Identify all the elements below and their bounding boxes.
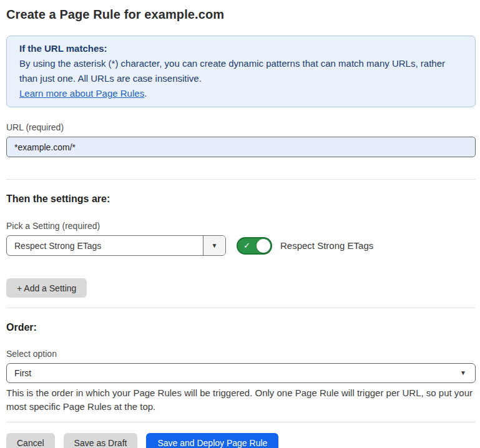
order-select[interactable]: First ▼ — [6, 363, 476, 383]
page-title: Create a Page Rule for example.com — [6, 6, 474, 22]
chevron-down-icon: ▼ — [212, 243, 218, 249]
toggle-label: Respect Strong ETags — [280, 240, 373, 251]
divider — [6, 422, 476, 422]
divider — [6, 179, 476, 180]
toggle-knob — [257, 239, 270, 253]
action-buttons: Cancel Save as Draft Save and Deploy Pag… — [6, 433, 474, 448]
setting-dropdown-value: Respect Strong ETags — [7, 236, 203, 255]
cancel-button[interactable]: Cancel — [6, 433, 55, 448]
info-box-body: By using the asterisk (*) character, you… — [19, 56, 463, 86]
select-option-label: Select option — [6, 348, 474, 359]
learn-more-link[interactable]: Learn more about Page Rules — [19, 88, 144, 99]
setting-dropdown-arrow-button[interactable]: ▼ — [203, 236, 225, 255]
order-section-heading: Order: — [6, 321, 474, 334]
url-label: URL (required) — [6, 122, 474, 133]
create-page-rule-form: Create a Page Rule for example.com If th… — [0, 0, 480, 448]
settings-section-heading: Then the settings are: — [6, 193, 474, 205]
info-box-link-line: Learn more about Page Rules. — [19, 86, 463, 101]
link-suffix: . — [144, 88, 147, 99]
check-icon: ✓ — [243, 241, 250, 250]
order-help-text: This is the order in which your Page Rul… — [6, 386, 476, 414]
add-setting-button[interactable]: + Add a Setting — [6, 278, 87, 298]
divider — [6, 308, 476, 308]
save-deploy-button[interactable]: Save and Deploy Page Rule — [146, 433, 278, 448]
url-input[interactable] — [6, 137, 476, 157]
setting-dropdown[interactable]: Respect Strong ETags ▼ — [6, 235, 226, 256]
pick-setting-label: Pick a Setting (required) — [6, 220, 474, 231]
order-select-value: First — [14, 368, 460, 378]
info-box-heading: If the URL matches: — [19, 41, 463, 56]
url-match-info-box: If the URL matches: By using the asteris… — [6, 36, 476, 107]
chevron-down-icon: ▼ — [460, 370, 466, 376]
etags-toggle[interactable]: ✓ — [237, 237, 272, 255]
setting-row: Respect Strong ETags ▼ ✓ Respect Strong … — [6, 235, 474, 256]
save-draft-button[interactable]: Save as Draft — [64, 433, 138, 448]
